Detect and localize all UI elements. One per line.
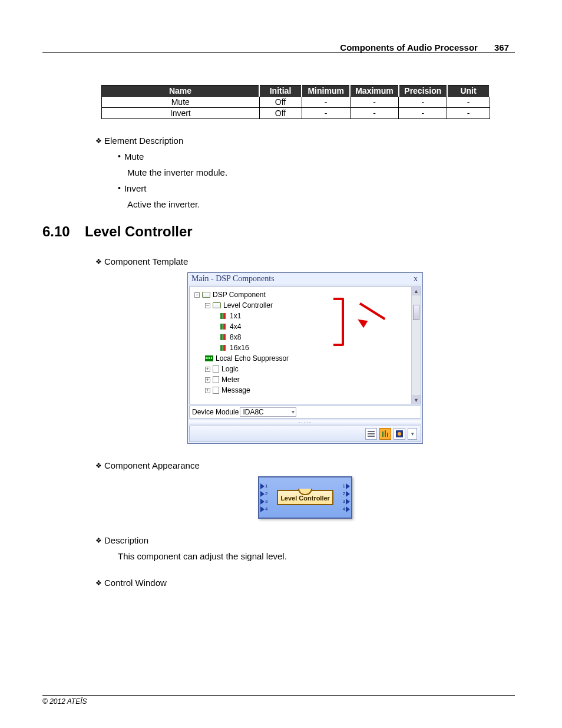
component-appearance-figure: 1 2 3 4 Level Controller 1 2 3 4 xyxy=(258,476,352,519)
invert-heading: Invert xyxy=(124,183,147,193)
th-max: Maximum xyxy=(350,85,398,97)
expand-icon[interactable]: + xyxy=(205,388,210,393)
expand-icon[interactable]: + xyxy=(205,377,210,383)
scroll-down-icon[interactable]: ▼ xyxy=(412,396,421,404)
parameter-table: Name Initial Minimum Maximum Precision U… xyxy=(101,85,490,119)
folder-icon xyxy=(213,365,219,373)
level-controller-icon xyxy=(220,313,227,319)
toolbar-list-icon[interactable] xyxy=(365,428,377,440)
cell-init: Off xyxy=(259,108,302,119)
control-window-heading: Control Window xyxy=(104,578,167,588)
page-number: 367 xyxy=(488,42,515,52)
cell-prec: - xyxy=(399,108,447,119)
expand-icon[interactable]: + xyxy=(205,367,210,372)
close-icon[interactable]: x xyxy=(414,274,418,284)
port-label: 4 xyxy=(343,506,350,512)
component-block-label: Level Controller xyxy=(277,490,333,505)
svg-rect-4 xyxy=(385,430,386,437)
scroll-up-icon[interactable]: ▲ xyxy=(412,287,421,295)
cell-max: - xyxy=(350,108,398,119)
tree-item-root[interactable]: −DSP Component xyxy=(192,289,419,300)
cell-unit: - xyxy=(447,97,490,108)
collapse-icon[interactable]: − xyxy=(205,303,210,308)
tree-label: Message xyxy=(222,386,250,394)
tree-label: DSP Component xyxy=(213,291,266,299)
table-row: Invert Off - - - - xyxy=(102,108,490,119)
component-appearance-heading: Component Appearance xyxy=(104,460,200,470)
svg-point-7 xyxy=(398,432,401,436)
toolbar-bars-icon[interactable] xyxy=(379,428,391,440)
tree-item-meter[interactable]: +Meter xyxy=(192,374,419,385)
svg-rect-0 xyxy=(368,431,375,432)
tree-label: Logic xyxy=(222,365,239,373)
cell-max: - xyxy=(350,97,398,108)
cell-name: Invert xyxy=(102,108,260,119)
toolbar-gear-icon[interactable] xyxy=(394,428,405,440)
description-heading: Description xyxy=(104,535,148,545)
section-heading: 6.10Level Controller xyxy=(42,223,515,240)
element-description-heading: Element Description xyxy=(104,136,183,146)
device-module-label: Device Module xyxy=(192,408,239,416)
port-label: 3 xyxy=(260,498,267,505)
dsp-toolbar: ▾ xyxy=(189,426,421,442)
section-number: 6.10 xyxy=(42,223,85,240)
tree-label: 16x16 xyxy=(230,344,249,352)
level-controller-icon xyxy=(220,324,227,330)
dsp-components-window: Main - DSP Components x −DSP Component −… xyxy=(187,272,423,444)
folder-open-icon xyxy=(202,292,210,298)
cell-prec: - xyxy=(399,97,447,108)
level-controller-icon xyxy=(220,334,227,340)
port-label: 4 xyxy=(260,506,267,512)
cell-min: - xyxy=(302,108,350,119)
splitter-handle[interactable] xyxy=(189,420,421,424)
port-label: 1 xyxy=(343,483,350,489)
bullet-diamond-icon: ❖ xyxy=(95,462,102,470)
output-ports: 1 2 3 4 xyxy=(343,482,350,513)
th-unit: Unit xyxy=(447,85,490,97)
folder-open-icon xyxy=(213,302,221,308)
collapse-icon[interactable]: − xyxy=(194,292,200,298)
copyright-footer: © 2012 ATEÏS xyxy=(42,697,87,706)
tree-item-message[interactable]: +Message xyxy=(192,385,419,396)
vertical-scrollbar[interactable]: ▲ ▼ xyxy=(411,287,421,404)
tree-item-logic[interactable]: +Logic xyxy=(192,364,419,374)
tree-item-8x8[interactable]: 8x8 xyxy=(192,332,419,342)
tree-item-les[interactable]: Local Echo Suppressor xyxy=(192,353,419,364)
th-name: Name xyxy=(102,85,260,97)
port-label: 1 xyxy=(260,483,267,489)
tree-label: Level Controller xyxy=(223,301,273,309)
svg-rect-3 xyxy=(382,431,384,437)
toolbar-dropdown-icon[interactable]: ▾ xyxy=(408,428,417,440)
mute-body: Mute the inverter module. xyxy=(127,167,515,177)
cell-unit: - xyxy=(447,108,490,119)
folder-icon xyxy=(213,376,219,383)
th-min: Minimum xyxy=(302,85,350,97)
device-module-dropdown[interactable]: IDA8C xyxy=(240,407,296,417)
port-label: 2 xyxy=(343,490,350,497)
th-prec: Precision xyxy=(399,85,447,97)
red-bracket-annotation xyxy=(333,298,344,346)
cell-init: Off xyxy=(259,97,302,108)
tree-label: 1x1 xyxy=(230,312,241,320)
tree-label: 8x8 xyxy=(230,333,241,341)
bullet-diamond-icon: ❖ xyxy=(95,579,102,587)
level-controller-icon xyxy=(220,345,227,351)
svg-rect-1 xyxy=(368,433,375,434)
port-label: 2 xyxy=(260,490,267,497)
folder-icon xyxy=(213,387,219,394)
dsp-window-title: Main - DSP Components xyxy=(191,274,275,284)
bullet-dot-icon: • xyxy=(118,151,121,161)
scroll-thumb[interactable] xyxy=(413,305,419,320)
section-title: Level Controller xyxy=(85,223,193,239)
mute-heading: Mute xyxy=(124,151,144,162)
port-label: 3 xyxy=(343,498,350,505)
svg-rect-5 xyxy=(387,433,388,437)
component-template-heading: Component Template xyxy=(104,256,188,266)
bullet-dot-icon: • xyxy=(118,183,121,193)
bullet-diamond-icon: ❖ xyxy=(95,137,102,145)
svg-rect-2 xyxy=(368,436,375,437)
cell-min: - xyxy=(302,97,350,108)
tree-item-16x16[interactable]: 16x16 xyxy=(192,342,419,353)
echo-suppressor-icon xyxy=(205,355,213,361)
red-arrow-annotation xyxy=(350,300,390,328)
